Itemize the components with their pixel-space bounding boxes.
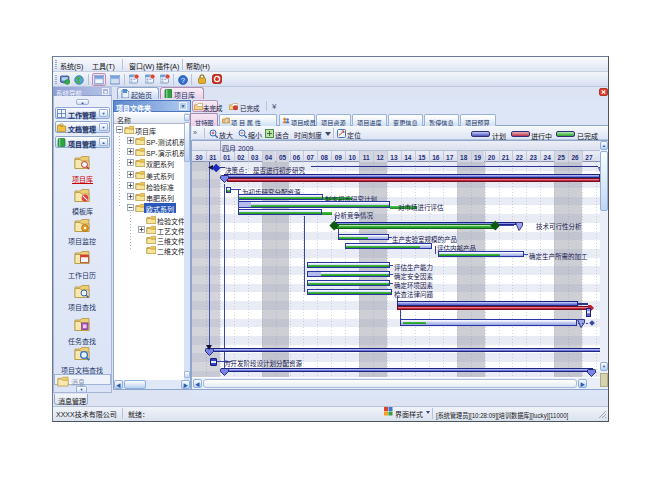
- svg-text:?: ?: [181, 77, 185, 84]
